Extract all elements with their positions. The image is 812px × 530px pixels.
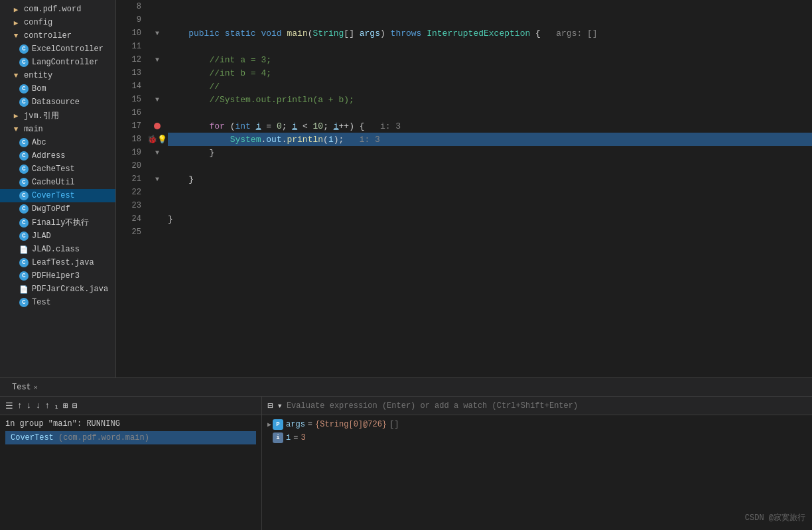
sidebar-item-finally[interactable]: C Finally不执行 xyxy=(0,216,115,230)
sidebar-item-test[interactable]: C Test xyxy=(0,296,115,309)
console-btn-stop[interactable]: ↓ xyxy=(36,401,41,411)
watermark-text: CSDN @寂寞旅行 xyxy=(745,513,805,523)
gutter-9 xyxy=(149,13,165,27)
code-lines[interactable]: public static void main ( String [] args… xyxy=(165,0,812,377)
sidebar-item-pdf-jar-crack[interactable]: 📄 PDFJarCrack.java xyxy=(0,283,115,296)
code-token: } xyxy=(168,148,214,158)
sidebar-item-cache-test[interactable]: C CacheTest xyxy=(0,163,115,176)
expand-arrow[interactable]: ▶ xyxy=(267,421,271,429)
line-num-17: 17 xyxy=(116,119,141,133)
console-btn-download[interactable]: ↓ xyxy=(27,401,32,411)
sidebar-item-jlad-class[interactable]: 📄 JLAD.class xyxy=(0,243,115,256)
fold-icon-15[interactable]: ▼ xyxy=(155,96,159,103)
sidebar-item-lang-controller[interactable]: C LangController xyxy=(0,56,115,69)
code-token: for xyxy=(209,121,224,131)
console-btn-list[interactable]: ☰ xyxy=(5,401,13,411)
var-value: {String[0]@726} xyxy=(315,420,387,429)
sidebar-item-label: main xyxy=(24,125,43,134)
var-name: i xyxy=(286,433,291,442)
sidebar-item-cover-test[interactable]: C CoverTest xyxy=(0,189,115,202)
sidebar-item-jlad[interactable]: C JLAD xyxy=(0,230,115,243)
dropdown-icon[interactable]: ▾ xyxy=(277,400,282,411)
frame-item[interactable]: CoverTest (com.pdf.word.main) xyxy=(5,431,256,444)
code-token: //System.out.println(a + b); xyxy=(168,95,354,105)
sidebar-item-jvm[interactable]: ▶ jvm.引用 xyxy=(0,109,115,123)
console-btn-grid[interactable]: ⊞ xyxy=(63,401,68,411)
gutter-25 xyxy=(149,226,165,239)
code-line-10: public static void main ( String [] args… xyxy=(168,27,812,40)
code-token: 10 xyxy=(313,121,324,131)
sidebar-item-label: entity xyxy=(24,71,52,80)
sidebar-item-main[interactable]: ▼ main xyxy=(0,123,115,136)
fold-icon-19[interactable]: ▼ xyxy=(155,149,159,157)
sidebar-item-config[interactable]: ▶ config xyxy=(0,16,115,29)
fold-icon-10[interactable]: ▼ xyxy=(155,30,159,37)
folder-icon: ▼ xyxy=(11,31,21,41)
line-num-12: 12 xyxy=(116,53,141,66)
sidebar-item-abc[interactable]: C Abc xyxy=(0,136,115,149)
code-token: InterruptedException xyxy=(427,29,530,38)
console-btn-restart[interactable]: ↑ xyxy=(17,401,23,411)
tab-close-icon[interactable]: ✕ xyxy=(34,383,38,391)
sidebar-item-leaf-test[interactable]: C LeafTest.java xyxy=(0,256,115,269)
tab-test[interactable]: Test ✕ xyxy=(5,380,44,395)
bulb-icon-18[interactable]: 💡 xyxy=(157,135,167,145)
code-line-9 xyxy=(168,13,812,27)
console-btn-cols[interactable]: ⊟ xyxy=(72,401,78,411)
code-token xyxy=(168,135,230,145)
sidebar-item-bom[interactable]: C Bom xyxy=(0,82,115,96)
class-icon: C xyxy=(19,257,29,268)
sidebar-item-controller[interactable]: ▼ controller xyxy=(0,29,115,42)
var-eq: = xyxy=(293,433,298,442)
code-line-25 xyxy=(168,226,812,239)
code-token: i: 3 xyxy=(365,121,401,131)
sidebar-item-excel-controller[interactable]: C ExcelController xyxy=(0,42,115,56)
class-icon: C xyxy=(19,137,29,148)
code-token: //int a = 3; xyxy=(168,55,271,65)
gutter-16 xyxy=(149,106,165,119)
sidebar-item-label: controller xyxy=(24,31,72,40)
line-num-25: 25 xyxy=(116,226,141,239)
sidebar-item-cache-util[interactable]: C CacheUtil xyxy=(0,176,115,189)
console-btn-digit[interactable]: ₁ xyxy=(54,401,59,411)
var-value: 3 xyxy=(301,433,305,442)
code-token: ) xyxy=(380,29,391,38)
gutter-19: ▼ xyxy=(149,146,165,159)
sidebar-item-address[interactable]: C Address xyxy=(0,149,115,163)
sidebar-item-com-pdf-word[interactable]: ▶ com.pdf.word xyxy=(0,3,115,16)
gutter-14 xyxy=(149,80,165,93)
fold-icon-12[interactable]: ▼ xyxy=(155,56,159,64)
fold-icon-21[interactable]: ▼ xyxy=(155,176,159,183)
sidebar-item-entity[interactable]: ▼ entity xyxy=(0,69,115,82)
bottom-panel: Test ✕ ☰ ↑ ↓ ↓ ↑ ₁ ⊞ ⊟ in group "main": … xyxy=(0,377,812,530)
folder-icon: ▶ xyxy=(11,111,21,121)
code-line-18: System . out . println ( i ); i: 3 xyxy=(168,133,812,146)
main-area: ▶ com.pdf.word ▶ config ▼ controller C E… xyxy=(0,0,812,377)
running-text: in group "main": RUNNING xyxy=(5,419,120,429)
sidebar-item-label: PDFJarCrack.java xyxy=(32,285,108,294)
code-line-15: //System.out.println(a + b); xyxy=(168,93,812,106)
class-icon: C xyxy=(19,218,29,228)
line-num-20: 20 xyxy=(116,159,141,172)
sidebar-item-datasource[interactable]: C Datasource xyxy=(0,96,115,109)
folder-icon: ▼ xyxy=(11,124,21,135)
line-num-13: 13 xyxy=(116,66,141,80)
code-token: ); xyxy=(334,135,344,145)
line-num-16: 16 xyxy=(116,106,141,119)
sidebar-item-label: Abc xyxy=(32,138,46,147)
filter-icon[interactable]: ⊟ xyxy=(267,400,273,411)
sidebar-item-label: DwgToPdf xyxy=(32,204,70,214)
class-icon: C xyxy=(19,204,29,214)
code-token: i xyxy=(292,121,297,131)
breakpoint-17[interactable] xyxy=(154,123,161,129)
class-icon: C xyxy=(19,97,29,107)
sidebar-item-dwg-to-pdf[interactable]: C DwgToPdf xyxy=(0,202,115,216)
code-line-17: for ( int i = 0 ; i < 10 ; i ++) { i: 3 xyxy=(168,119,812,133)
sidebar-item-label: Bom xyxy=(32,84,46,94)
sidebar: ▶ com.pdf.word ▶ config ▼ controller C E… xyxy=(0,0,116,377)
eval-input[interactable] xyxy=(287,401,807,411)
code-line-20 xyxy=(168,159,812,172)
code-container[interactable]: 8 9 ▶ 10 11 12 13 14 15 16 17 18 19 20 2… xyxy=(116,0,812,377)
sidebar-item-pdf-helper[interactable]: C PDFHelper3 xyxy=(0,269,115,283)
console-btn-up[interactable]: ↑ xyxy=(44,401,50,411)
